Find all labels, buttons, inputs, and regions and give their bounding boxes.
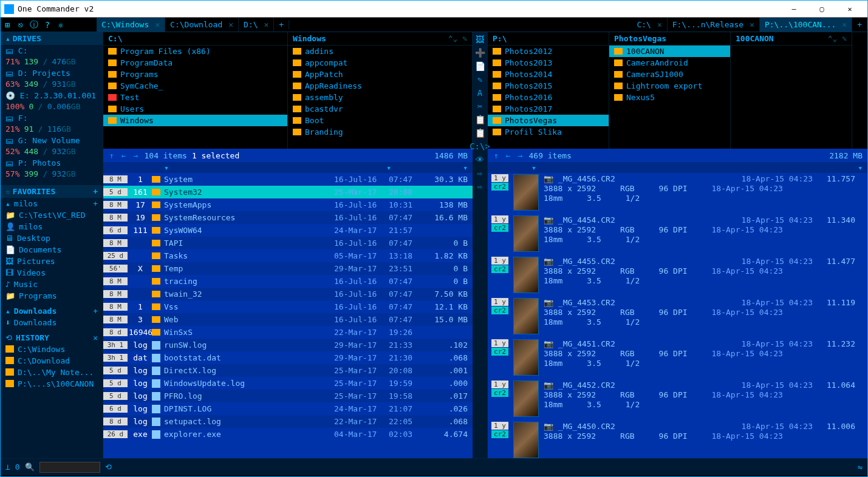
tab-close-icon[interactable]: ✕ xyxy=(750,20,754,29)
file-row[interactable]: 25 dTasks05-Mar-1713:181.82 KB xyxy=(103,249,473,262)
queue-icon[interactable]: ⊥ xyxy=(5,462,10,472)
add-tab-right[interactable]: + xyxy=(852,20,867,29)
breadcrumb-item[interactable]: PhotosVegas xyxy=(488,115,609,126)
downloads-header[interactable]: ▴Downloads+ xyxy=(1,305,103,317)
breadcrumb-item[interactable]: Branding xyxy=(288,126,472,138)
strip-icon[interactable]: ⇨ xyxy=(477,181,482,191)
close-button[interactable]: ✕ xyxy=(836,1,864,17)
tab[interactable]: C:\Download✕ xyxy=(165,18,239,32)
breadcrumb-header[interactable]: Windows ⌃⌄ ✎ xyxy=(288,32,472,46)
file-row[interactable]: 26 dexeexplorer.exe04-Mar-1702:034.674 xyxy=(103,428,473,441)
file-row[interactable]: 6 dlogDPINST.LOG24-Mar-1721:07.026 xyxy=(103,402,473,415)
history-item[interactable]: D:\..\My Note... xyxy=(1,367,103,378)
breadcrumb-header[interactable]: P:\ xyxy=(488,32,609,46)
file-row[interactable]: 5 dlogPFRO.log25-Mar-1719:58.017 xyxy=(103,390,473,402)
tab-close-icon[interactable]: ✕ xyxy=(264,20,269,29)
drive-item[interactable]: 🖴 C:71% 139 / 476GB xyxy=(1,45,103,67)
history-header[interactable]: ⟲HISTORY✕ xyxy=(1,332,103,343)
drive-item[interactable]: 🖴 D: Projects63% 349 / 931GB xyxy=(1,67,103,90)
file-row[interactable]: 6 d111SysWOW6424-Mar-1721:57 xyxy=(103,224,473,237)
sync-icon[interactable]: ⇋ xyxy=(858,462,863,472)
breadcrumb-header[interactable]: 100CANON ⌃⌄ ✎ xyxy=(731,32,852,46)
left-file-list[interactable]: 8 M1System16-Jul-1607:4730.3 KB5 d161Sys… xyxy=(103,173,473,458)
breadcrumb-item[interactable]: Nexus5 xyxy=(609,92,730,103)
photo-row[interactable]: 1 ycr2📷 _MG_4453.CR23888 x 2592RGB96 DPI… xyxy=(488,297,867,338)
breadcrumb-item[interactable]: appcompat xyxy=(288,57,472,69)
breadcrumb-item[interactable]: Program Files (x86) xyxy=(103,46,287,57)
fav-user[interactable]: ▴milos+ xyxy=(1,198,103,209)
breadcrumb-item[interactable]: bcastdvr xyxy=(288,103,472,115)
photo-row[interactable]: 1 ycr2📷 _MG_4455.CR23888 x 2592RGB96 DPI… xyxy=(488,255,867,297)
breadcrumb-item[interactable]: ProgramData xyxy=(103,57,287,69)
toolbar-icon[interactable]: ⚛ xyxy=(54,18,67,32)
breadcrumb-item[interactable]: Profil Slika xyxy=(488,126,609,138)
strip-icon[interactable]: 👁 xyxy=(476,155,484,164)
right-photo-list[interactable]: 1 ycr2📷 _MG_4456.CR23888 x 2592RGB96 DPI… xyxy=(488,173,867,458)
breadcrumb-item[interactable]: assembly xyxy=(288,92,472,103)
file-row[interactable]: 8 M17SystemApps16-Jul-1610:31138 MB xyxy=(103,198,473,211)
drive-item[interactable]: 🖴 P: Photos57% 399 / 932GB xyxy=(1,157,103,180)
favorite-item[interactable]: 🖥Desktop xyxy=(1,232,103,244)
favorite-item[interactable]: 📄Documents xyxy=(1,244,103,255)
breadcrumb-item[interactable]: Photos2013 xyxy=(488,57,609,69)
drives-header[interactable]: ▴DRIVES xyxy=(1,32,103,45)
file-row[interactable]: 8 M19SystemResources16-Jul-1607:4716.6 M… xyxy=(103,211,473,224)
search-input[interactable] xyxy=(39,462,100,473)
tab[interactable]: C:\✕ xyxy=(632,18,667,32)
strip-icon[interactable]: A xyxy=(477,88,482,98)
file-row[interactable]: 8 d16946WinSxS22-Mar-1719:26 xyxy=(103,326,473,339)
favorite-item[interactable]: 📁C:\Test\VC_RED xyxy=(1,209,103,221)
toolbar-icon[interactable]: ? xyxy=(41,18,54,32)
back-icon[interactable]: ← xyxy=(505,151,512,160)
favorite-item[interactable]: ♪Music xyxy=(1,279,103,290)
maximize-button[interactable]: ▢ xyxy=(808,1,836,17)
search-icon[interactable]: 🔍 xyxy=(25,462,35,472)
photo-row[interactable]: 1 ycr2📷 _MG_4451.CR23888 x 2592RGB96 DPI… xyxy=(488,338,867,379)
toolbar-icon[interactable]: ⊞ xyxy=(1,18,14,32)
history-item[interactable]: P:\...s\100CANON xyxy=(1,378,103,390)
strip-icon[interactable]: ⇨ xyxy=(477,168,482,178)
downloads-item[interactable]: ⬇Downloads xyxy=(1,317,103,328)
strip-icon[interactable]: ➕ xyxy=(475,48,485,58)
history-item[interactable]: C:\Download xyxy=(1,355,103,367)
history-item[interactable]: C:\Windows xyxy=(1,343,103,355)
photo-row[interactable]: 1 ycr2📷 _MG_4454.CR23888 x 2592RGB96 DPI… xyxy=(488,214,867,255)
tab[interactable]: C:\Windows✕ xyxy=(97,18,165,32)
refresh-icon[interactable]: ⟲ xyxy=(105,462,112,472)
breadcrumb-item[interactable]: AppReadiness xyxy=(288,80,472,92)
drive-item[interactable]: 🖴 G: New Volume52% 448 / 932GB xyxy=(1,135,103,157)
breadcrumb-item[interactable]: AppPatch xyxy=(288,69,472,80)
tab-close-icon[interactable]: ✕ xyxy=(228,20,233,29)
favorites-header[interactable]: ☆FAVORITES+ xyxy=(1,185,103,198)
file-row[interactable]: 8 Mtracing16-Jul-1607:470 B xyxy=(103,275,473,288)
favorite-item[interactable]: 🖼Pictures xyxy=(1,255,103,267)
file-row[interactable]: 5 dlogDirectX.log25-Mar-1720:08.001 xyxy=(103,364,473,377)
favorite-item[interactable]: 📁Programs xyxy=(1,290,103,302)
breadcrumb-item[interactable]: 100CANON xyxy=(609,46,730,57)
file-row[interactable]: 5 d161System3225-Mar-1720:08 xyxy=(103,186,473,198)
file-row[interactable]: 8 M1System16-Jul-1607:4730.3 KB xyxy=(103,173,473,186)
breadcrumb-item[interactable]: SymCache_ xyxy=(103,80,287,92)
file-row[interactable]: 8 MTAPI16-Jul-1607:470 B xyxy=(103,237,473,249)
toolbar-icon[interactable]: ⎋ xyxy=(14,18,27,32)
tab[interactable]: D:\✕ xyxy=(239,18,274,32)
strip-icon[interactable]: 📄 xyxy=(475,61,485,71)
file-row[interactable]: 8 M3Web16-Jul-1607:4715.0 MB xyxy=(103,313,473,326)
add-tab-left[interactable]: + xyxy=(274,20,289,29)
breadcrumb-item[interactable]: Windows xyxy=(103,115,287,126)
breadcrumb-item[interactable]: Lightroom export xyxy=(609,80,730,92)
drive-item[interactable]: 🖴 F:21% 91 / 116GB xyxy=(1,112,103,135)
file-row[interactable]: 3h 1datbootstat.dat29-Mar-1721:30.068 xyxy=(103,351,473,364)
breadcrumb-item[interactable]: Photos2015 xyxy=(488,80,609,92)
strip-icon[interactable]: ✂ xyxy=(477,101,482,111)
photo-row[interactable]: 1 ycr2📷 _MG_4452.CR23888 x 2592RGB96 DPI… xyxy=(488,379,867,421)
tab-close-icon[interactable]: ✕ xyxy=(657,20,662,29)
file-row[interactable]: 8 Mtwain_3216-Jul-1607:477.50 KB xyxy=(103,288,473,300)
breadcrumb-item[interactable]: Photos2016 xyxy=(488,92,609,103)
breadcrumb-item[interactable]: Programs xyxy=(103,69,287,80)
favorite-item[interactable]: 🎞Videos xyxy=(1,267,103,279)
up-icon[interactable]: ↑ xyxy=(493,151,500,160)
breadcrumb-item[interactable]: CameraAndroid xyxy=(609,57,730,69)
photo-row[interactable]: 1 ycr2📷 _MG_4456.CR23888 x 2592RGB96 DPI… xyxy=(488,173,867,214)
breadcrumb-header[interactable]: PhotosVegas xyxy=(609,32,730,46)
